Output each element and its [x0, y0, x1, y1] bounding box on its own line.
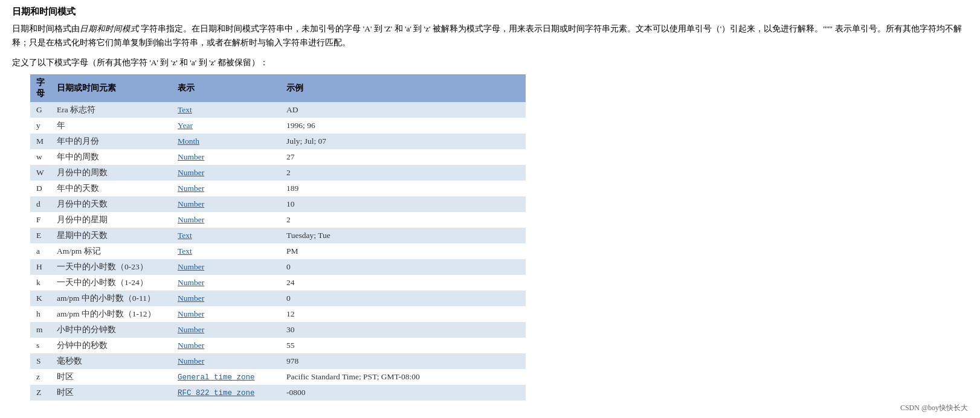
- cell-element: Am/pm 标记: [51, 243, 172, 259]
- col-header-represent: 表示: [172, 74, 280, 102]
- table-row: S毫秒数Number978: [30, 353, 526, 369]
- table-row: s分钟中的秒数Number55: [30, 338, 526, 353]
- represent-link[interactable]: Number: [178, 341, 204, 350]
- cell-represent[interactable]: Number: [172, 149, 280, 165]
- cell-letter: F: [30, 212, 51, 228]
- cell-represent[interactable]: Number: [172, 291, 280, 306]
- represent-link[interactable]: Text: [178, 105, 192, 114]
- cell-letter: m: [30, 322, 51, 338]
- cell-example: 27: [280, 149, 526, 165]
- cell-element: 星期中的天数: [51, 228, 172, 243]
- cell-represent[interactable]: RFC 822 time zone: [172, 385, 280, 400]
- pattern-table: 字母 日期或时间元素 表示 示例 GEra 标志符TextADy年Year199…: [30, 74, 526, 400]
- cell-example: 1996; 96: [280, 118, 526, 133]
- cell-element: 年: [51, 118, 172, 133]
- represent-link[interactable]: Number: [178, 168, 204, 177]
- cell-letter: w: [30, 149, 51, 165]
- cell-letter: z: [30, 369, 51, 385]
- represent-link[interactable]: Month: [178, 137, 199, 146]
- cell-element: 年中的月份: [51, 133, 172, 149]
- represent-link[interactable]: RFC 822 time zone: [178, 389, 255, 397]
- cell-letter: s: [30, 338, 51, 353]
- represent-link[interactable]: Number: [178, 325, 204, 334]
- table-row: D年中的天数Number189: [30, 181, 526, 196]
- represent-link[interactable]: Number: [178, 215, 204, 224]
- cell-element: 分钟中的秒数: [51, 338, 172, 353]
- cell-example: 24: [280, 275, 526, 291]
- cell-represent[interactable]: Number: [172, 212, 280, 228]
- intro-paragraph: 日期和时间格式由日期和时间模式 字符串指定。在日期和时间模式字符串中，未加引号的…: [12, 22, 968, 50]
- cell-represent[interactable]: Text: [172, 243, 280, 259]
- col-header-element: 日期或时间元素: [51, 74, 172, 102]
- cell-represent[interactable]: Number: [172, 306, 280, 322]
- cell-represent[interactable]: Text: [172, 102, 280, 118]
- cell-represent[interactable]: Number: [172, 165, 280, 181]
- watermark: CSDN @boy快快长大: [900, 403, 968, 413]
- table-row: z时区General time zonePacific Standard Tim…: [30, 369, 526, 385]
- cell-letter: d: [30, 196, 51, 212]
- table-row: E星期中的天数TextTuesday; Tue: [30, 228, 526, 243]
- cell-example: 30: [280, 322, 526, 338]
- cell-letter: K: [30, 291, 51, 306]
- cell-element: 一天中的小时数（0-23）: [51, 259, 172, 275]
- represent-link[interactable]: Number: [178, 184, 204, 193]
- table-row: aAm/pm 标记TextPM: [30, 243, 526, 259]
- cell-letter: D: [30, 181, 51, 196]
- cell-element: Era 标志符: [51, 102, 172, 118]
- represent-link[interactable]: Year: [178, 121, 193, 130]
- sub-intro-paragraph: 定义了以下模式字母（所有其他字符 'A' 到 'z' 和 'a' 到 'z' 都…: [12, 57, 968, 68]
- cell-represent[interactable]: Text: [172, 228, 280, 243]
- cell-represent[interactable]: Number: [172, 259, 280, 275]
- table-row: GEra 标志符TextAD: [30, 102, 526, 118]
- cell-represent[interactable]: Number: [172, 338, 280, 353]
- represent-link[interactable]: Number: [178, 278, 204, 287]
- represent-link[interactable]: Number: [178, 309, 204, 318]
- represent-link[interactable]: Number: [178, 152, 204, 161]
- cell-represent[interactable]: General time zone: [172, 369, 280, 385]
- cell-example: 0: [280, 259, 526, 275]
- intro-text-2: 字符串指定。在日期和时间模式字符串中，未加引号的字母 'A' 到 'Z' 和 '…: [12, 24, 962, 47]
- cell-represent[interactable]: Year: [172, 118, 280, 133]
- represent-link[interactable]: Number: [178, 199, 204, 208]
- represent-link[interactable]: Number: [178, 356, 204, 365]
- cell-letter: a: [30, 243, 51, 259]
- cell-represent[interactable]: Number: [172, 322, 280, 338]
- cell-example: 10: [280, 196, 526, 212]
- cell-element: 毫秒数: [51, 353, 172, 369]
- table-header-row: 字母 日期或时间元素 表示 示例: [30, 74, 526, 102]
- cell-example: 2: [280, 212, 526, 228]
- represent-link[interactable]: Text: [178, 231, 192, 240]
- col-header-example: 示例: [280, 74, 526, 102]
- represent-link[interactable]: Text: [178, 246, 192, 256]
- cell-letter: y: [30, 118, 51, 133]
- cell-example: 12: [280, 306, 526, 322]
- cell-letter: H: [30, 259, 51, 275]
- table-row: H一天中的小时数（0-23）Number0: [30, 259, 526, 275]
- intro-text-1: 日期和时间格式由: [12, 24, 80, 33]
- cell-represent[interactable]: Number: [172, 181, 280, 196]
- cell-letter: Z: [30, 385, 51, 400]
- cell-example: 2: [280, 165, 526, 181]
- table-row: y年Year1996; 96: [30, 118, 526, 133]
- table-row: w年中的周数Number27: [30, 149, 526, 165]
- cell-element: 年中的天数: [51, 181, 172, 196]
- table-row: M年中的月份MonthJuly; Jul; 07: [30, 133, 526, 149]
- cell-element: 小时中的分钟数: [51, 322, 172, 338]
- cell-element: am/pm 中的小时数（0-11）: [51, 291, 172, 306]
- table-row: d月份中的天数Number10: [30, 196, 526, 212]
- cell-element: 月份中的周数: [51, 165, 172, 181]
- cell-letter: G: [30, 102, 51, 118]
- cell-represent[interactable]: Number: [172, 196, 280, 212]
- represent-link[interactable]: Number: [178, 294, 204, 303]
- cell-element: 一天中的小时数（1-24）: [51, 275, 172, 291]
- represent-link[interactable]: General time zone: [178, 373, 255, 382]
- cell-element: am/pm 中的小时数（1-12）: [51, 306, 172, 322]
- cell-represent[interactable]: Number: [172, 353, 280, 369]
- cell-represent[interactable]: Month: [172, 133, 280, 149]
- represent-link[interactable]: Number: [178, 262, 204, 271]
- table-row: Kam/pm 中的小时数（0-11）Number0: [30, 291, 526, 306]
- cell-element: 月份中的星期: [51, 212, 172, 228]
- cell-element: 月份中的天数: [51, 196, 172, 212]
- cell-represent[interactable]: Number: [172, 275, 280, 291]
- cell-letter: k: [30, 275, 51, 291]
